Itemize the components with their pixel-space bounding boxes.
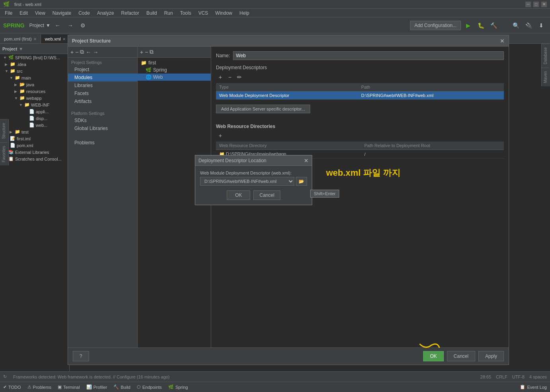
ps-nav-sdks[interactable]: SDKs — [68, 116, 137, 124]
table-row[interactable]: Web Module Deployment Descriptor D:\SPRI… — [216, 91, 504, 100]
dd-modal-path-select[interactable]: D:\SPRING#web#WEB-INF#web.xml — [200, 177, 294, 186]
ps-nav-back-btn[interactable]: ← — [86, 49, 91, 55]
tree-main[interactable]: ▼ 📁 main — [0, 74, 69, 81]
bottom-profiler[interactable]: 📊 Profiler — [86, 384, 107, 390]
menu-tools[interactable]: Tools — [177, 10, 194, 17]
bottom-event-log[interactable]: 📋 Event Log — [520, 384, 547, 390]
module-tree-web[interactable]: 🌐 Web — [138, 74, 211, 81]
debug-btn[interactable]: 🐛 — [475, 20, 486, 31]
forward-btn[interactable]: → — [65, 20, 76, 31]
line-ending[interactable]: CRLF — [496, 375, 507, 379]
ps-nav-global-libraries[interactable]: Global Libraries — [68, 124, 137, 132]
tree-scratches[interactable]: ▶ 📋 Scratches and Consol... — [0, 155, 69, 162]
add-server-descriptor-btn[interactable]: Add Application Server specific descript… — [216, 105, 310, 113]
tab-web-xml[interactable]: web.xml ✕ — [41, 35, 70, 43]
menu-window[interactable]: Window — [212, 10, 235, 17]
dd-modal-close-btn[interactable]: ✕ — [304, 157, 309, 164]
tree-web[interactable]: ▶ 📄 web... — [0, 122, 69, 128]
cursor-position[interactable]: 28:65 — [480, 375, 492, 379]
ps-nav-libraries[interactable]: Libraries — [68, 82, 137, 89]
menu-build[interactable]: Build — [143, 10, 160, 17]
tab-pom-xml[interactable]: pom.xml (first) ✕ — [0, 35, 41, 43]
side-tab-favorites[interactable]: Favorites — [0, 142, 8, 165]
update-btn[interactable]: ⬇ — [536, 20, 547, 31]
menu-refactor[interactable]: Refactor — [118, 10, 142, 17]
ps-nav-artifacts[interactable]: Artifacts — [68, 97, 137, 105]
menu-analyze[interactable]: Analyze — [94, 10, 117, 17]
module-tree-spring[interactable]: 🌿 Spring — [138, 66, 211, 74]
tree-spring-root[interactable]: ▼ 🌿 SPRING [first] D:\WS... — [0, 54, 69, 61]
tree-webinf[interactable]: ▼ 📁 WEB-INF — [0, 101, 69, 108]
tree-idea[interactable]: ▶ 📁 .idea — [0, 61, 69, 68]
menu-edit[interactable]: Edit — [16, 10, 31, 17]
ps-nav-problems[interactable]: Problems — [68, 139, 137, 147]
menu-code[interactable]: Code — [75, 10, 93, 17]
bottom-todo[interactable]: ✔ TODO — [3, 384, 21, 390]
tree-firstiml[interactable]: ▶ 📝 first.iml — [0, 135, 69, 142]
indent-spaces[interactable]: 4 spaces — [529, 375, 547, 379]
tree-java[interactable]: ▶ 📂 java — [0, 81, 69, 88]
dd-ok-btn[interactable]: OK — [227, 190, 250, 200]
tree-disp[interactable]: ▶ 📄 disp... — [0, 115, 69, 122]
ps-help-btn[interactable]: ? — [73, 351, 89, 361]
tree-appli[interactable]: ▶ 📄 appli... — [0, 108, 69, 115]
ps-nav-forward-btn[interactable]: → — [93, 49, 98, 55]
project-dropdown-icon[interactable]: ▼ — [19, 47, 23, 51]
ps-dd-edit-btn[interactable]: ✏ — [235, 73, 244, 82]
ps-add-btn[interactable]: + — [70, 49, 74, 55]
back-btn[interactable]: ← — [52, 20, 63, 31]
window-controls[interactable]: ─ □ ✕ — [525, 2, 547, 7]
bottom-endpoints[interactable]: ⬡ Endpoints — [137, 384, 162, 390]
menu-help[interactable]: Help — [236, 10, 253, 17]
tree-external-libs[interactable]: ▶ 📚 External Libraries — [0, 149, 69, 155]
side-tab-maven[interactable]: Maven — [542, 68, 549, 86]
ps-cancel-btn[interactable]: Cancel — [447, 351, 475, 361]
close-btn[interactable]: ✕ — [541, 2, 547, 7]
ps-name-input[interactable] — [233, 51, 504, 60]
ps-remove-btn[interactable]: − — [75, 49, 78, 55]
ps-dd-add-btn[interactable]: + — [216, 73, 225, 82]
encoding[interactable]: UTF-8 — [512, 375, 525, 379]
menu-view[interactable]: View — [32, 10, 49, 17]
ps-nav-facets[interactable]: Facets — [68, 89, 137, 97]
tree-webapp[interactable]: ▼ 📁 webapp — [0, 95, 69, 101]
maximize-btn[interactable]: □ — [533, 2, 539, 7]
ps-module-copy-btn[interactable]: ⧉ — [150, 49, 154, 55]
ps-apply-btn[interactable]: Apply — [478, 351, 504, 361]
ps-nav-modules[interactable]: Modules — [68, 74, 137, 82]
ps-dd-remove-btn[interactable]: − — [225, 73, 234, 82]
tree-src[interactable]: ▼ 📁 src — [0, 68, 69, 74]
side-tab-database[interactable]: Database — [542, 44, 549, 68]
side-tab-structure[interactable]: Structure — [0, 119, 8, 142]
bottom-spring[interactable]: 🌿 Spring — [168, 384, 188, 390]
ps-close-btn[interactable]: ✕ — [500, 38, 505, 44]
plugins-btn[interactable]: 🔌 — [523, 20, 534, 31]
dd-modal-browse-btn[interactable]: 📂 — [296, 177, 307, 186]
dd-cancel-btn[interactable]: Cancel — [253, 190, 280, 200]
bottom-terminal[interactable]: ▣ Terminal — [58, 384, 80, 390]
bottom-build[interactable]: 🔨 Build — [113, 384, 130, 390]
menu-run[interactable]: Run — [161, 10, 176, 17]
menu-navigate[interactable]: Navigate — [49, 10, 74, 17]
minimize-btn[interactable]: ─ — [525, 2, 531, 7]
bottom-problems[interactable]: ⚠ Problems — [27, 384, 51, 390]
settings-btn[interactable]: ⚙ — [78, 20, 89, 31]
tab-pom-close[interactable]: ✕ — [33, 37, 37, 41]
tree-resources[interactable]: ▶ 📁 resources — [0, 88, 69, 95]
search-btn[interactable]: 🔍 — [510, 20, 521, 31]
build-btn[interactable]: 🔨 — [488, 20, 499, 31]
add-configuration-btn[interactable]: Add Configuration... — [410, 21, 461, 30]
menu-file[interactable]: File — [2, 10, 16, 17]
tree-pomxml[interactable]: ▶ 📄 pom.xml — [0, 142, 69, 149]
ps-module-remove-btn[interactable]: − — [145, 49, 148, 55]
ps-ok-btn[interactable]: OK — [423, 351, 443, 361]
tab-webxml-close[interactable]: ✕ — [62, 37, 66, 41]
tree-test[interactable]: ▶ 📁 test — [0, 128, 69, 135]
ps-module-add-btn[interactable]: + — [140, 49, 143, 55]
menu-vcs[interactable]: VCS — [195, 10, 212, 17]
run-btn[interactable]: ▶ — [463, 20, 474, 31]
ps-wr-add-btn[interactable]: + — [216, 131, 225, 140]
project-selector[interactable]: Project ▼ — [29, 23, 51, 28]
module-tree-first[interactable]: 📁 first — [138, 59, 211, 66]
ps-nav-project[interactable]: Project — [68, 66, 137, 74]
